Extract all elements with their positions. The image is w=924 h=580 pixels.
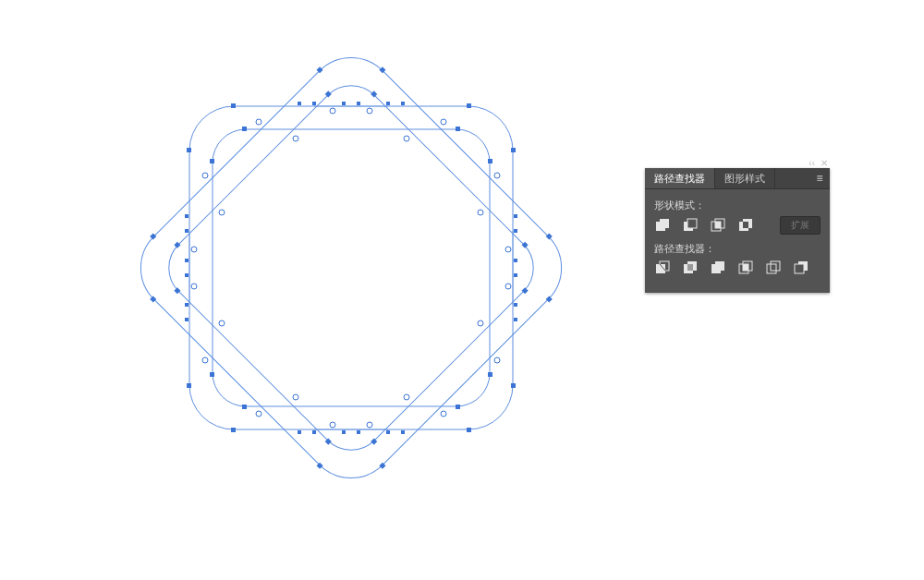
expand-button[interactable]: 扩展 [780, 216, 821, 235]
svg-rect-41 [312, 102, 316, 105]
svg-rect-35 [456, 405, 460, 409]
svg-point-74 [330, 422, 335, 428]
pf-divide-icon[interactable] [654, 260, 671, 276]
svg-point-86 [478, 320, 483, 326]
pathfinder-panel[interactable]: ‹‹ ✕ 路径查找器 图形样式 ≡ 形状模式： 扩展 路径查找器： [645, 168, 830, 293]
svg-point-81 [293, 136, 298, 141]
svg-point-75 [367, 422, 372, 428]
svg-point-77 [191, 284, 197, 289]
svg-point-80 [219, 210, 225, 215]
svg-point-70 [202, 357, 208, 363]
pf-minus-front-icon[interactable] [682, 217, 699, 234]
svg-point-65 [441, 119, 446, 125]
pf-merge-icon[interactable] [710, 260, 726, 276]
panel-collapse-icon[interactable]: ‹‹ [808, 159, 815, 168]
svg-rect-47 [312, 430, 316, 434]
shape-modes-row: 扩展 [654, 216, 821, 235]
svg-point-87 [404, 394, 409, 400]
svg-rect-62 [514, 303, 517, 307]
svg-point-73 [367, 108, 372, 114]
pf-minus-back-icon[interactable] [793, 260, 809, 276]
svg-point-64 [256, 119, 261, 125]
svg-rect-30 [511, 148, 516, 152]
panel-flyout: ‹‹ ✕ [808, 159, 828, 168]
svg-rect-26 [231, 428, 236, 432]
svg-rect-56 [185, 303, 188, 307]
svg-rect-48 [342, 430, 346, 434]
svg-point-78 [505, 247, 511, 252]
svg-rect-3 [213, 129, 490, 406]
svg-rect-32 [242, 127, 247, 131]
svg-rect-27 [467, 428, 471, 432]
pathfinders-label: 路径查找器： [654, 242, 821, 256]
tab-graphic-styles[interactable]: 图形样式 [715, 168, 775, 188]
svg-rect-91 [687, 219, 697, 228]
shape-modes-label: 形状模式： [654, 199, 821, 212]
svg-rect-53 [185, 229, 188, 233]
svg-rect-29 [187, 383, 191, 388]
panel-close-icon[interactable]: ✕ [821, 159, 828, 168]
svg-rect-0 [123, 40, 580, 497]
svg-rect-52 [185, 214, 188, 218]
pf-intersect-icon[interactable] [710, 217, 726, 234]
svg-point-71 [494, 357, 500, 363]
anchor-points [118, 35, 583, 500]
svg-rect-31 [511, 383, 516, 388]
svg-point-83 [404, 136, 409, 141]
pf-outline-icon[interactable] [765, 260, 782, 276]
svg-rect-50 [386, 430, 390, 434]
svg-rect-2 [189, 106, 513, 429]
svg-rect-39 [488, 372, 492, 377]
svg-rect-43 [357, 102, 360, 105]
svg-rect-110 [771, 261, 780, 271]
pf-unite-icon[interactable] [654, 217, 671, 234]
pf-crop-icon[interactable] [737, 260, 754, 276]
panel-menu-icon[interactable]: ≡ [809, 168, 830, 188]
svg-rect-57 [185, 318, 188, 321]
panel-body: 形状模式： 扩展 路径查找器： [645, 189, 830, 293]
svg-point-67 [494, 173, 500, 178]
svg-point-85 [293, 394, 298, 400]
svg-rect-25 [467, 103, 471, 108]
svg-rect-1 [155, 72, 547, 464]
svg-rect-63 [514, 318, 517, 321]
svg-rect-105 [715, 261, 724, 271]
svg-rect-55 [185, 273, 188, 277]
svg-rect-60 [514, 259, 517, 262]
svg-rect-59 [514, 229, 517, 233]
svg-rect-51 [401, 430, 405, 434]
svg-point-66 [202, 173, 208, 178]
svg-point-84 [219, 320, 225, 326]
svg-rect-44 [386, 102, 390, 105]
svg-rect-112 [795, 264, 804, 273]
svg-rect-37 [210, 372, 214, 377]
svg-point-76 [191, 247, 197, 252]
svg-rect-49 [357, 430, 360, 434]
svg-point-82 [478, 210, 483, 215]
svg-rect-61 [514, 273, 517, 277]
svg-point-79 [505, 284, 511, 289]
svg-rect-58 [514, 214, 517, 218]
panel-tabs: 路径查找器 图形样式 ≡ [645, 168, 830, 189]
svg-rect-38 [488, 159, 492, 163]
svg-rect-34 [242, 405, 247, 409]
svg-rect-97 [743, 222, 748, 228]
svg-rect-94 [715, 222, 721, 228]
svg-rect-108 [743, 264, 748, 271]
svg-rect-89 [660, 219, 669, 228]
tab-pathfinder[interactable]: 路径查找器 [645, 168, 715, 188]
svg-rect-28 [187, 148, 191, 152]
svg-point-72 [330, 108, 335, 114]
svg-rect-24 [231, 103, 236, 108]
svg-rect-109 [767, 264, 776, 273]
pathfinders-row [654, 260, 821, 276]
svg-rect-33 [456, 127, 460, 131]
svg-point-69 [441, 411, 446, 417]
svg-point-68 [256, 411, 261, 417]
svg-rect-46 [298, 430, 301, 434]
svg-rect-54 [185, 259, 188, 262]
pf-exclude-icon[interactable] [737, 217, 754, 234]
svg-rect-42 [342, 102, 346, 105]
pf-trim-icon[interactable] [682, 260, 699, 276]
svg-rect-40 [298, 102, 301, 105]
